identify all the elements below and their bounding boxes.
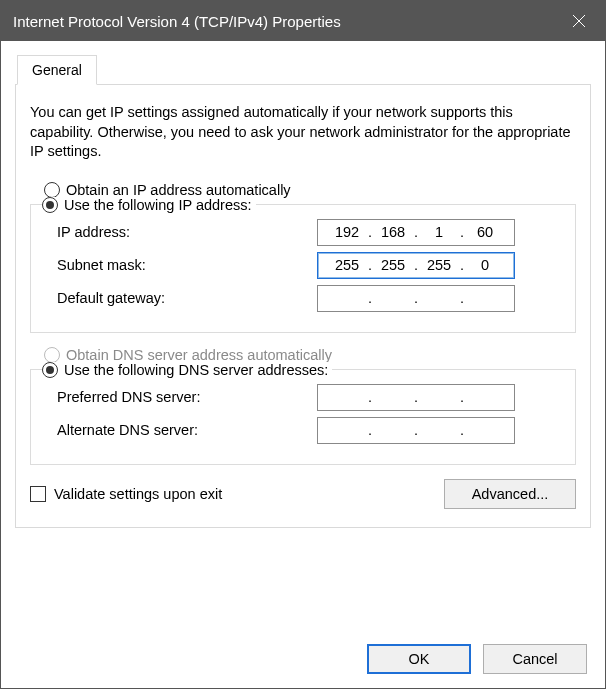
radio-use-following-ip[interactable]: Use the following IP address: — [42, 197, 256, 213]
close-icon — [573, 15, 585, 27]
ip-octet[interactable]: 60 — [465, 224, 505, 240]
validate-label: Validate settings upon exit — [54, 486, 222, 502]
subnet-mask-label: Subnet mask: — [57, 257, 317, 273]
ok-button[interactable]: OK — [367, 644, 471, 674]
alternate-dns-input[interactable]: . . . — [317, 417, 515, 444]
advanced-button[interactable]: Advanced... — [444, 479, 576, 509]
radio-icon — [42, 197, 58, 213]
radio-label: Obtain DNS server address automatically — [66, 347, 332, 363]
radio-use-following-dns[interactable]: Use the following DNS server addresses: — [42, 362, 332, 378]
ip-octet[interactable]: 0 — [465, 257, 505, 273]
ip-octet[interactable]: 168 — [373, 224, 413, 240]
validate-checkbox[interactable] — [30, 486, 46, 502]
cancel-button[interactable]: Cancel — [483, 644, 587, 674]
subnet-mask-input[interactable]: 255. 255. 255. 0 — [317, 252, 515, 279]
ip-octet[interactable]: 255 — [419, 257, 459, 273]
default-gateway-input[interactable]: . . . — [317, 285, 515, 312]
close-button[interactable] — [553, 1, 605, 41]
ip-octet[interactable]: 255 — [327, 257, 367, 273]
alternate-dns-label: Alternate DNS server: — [57, 422, 317, 438]
ip-address-input[interactable]: 192. 168. 1. 60 — [317, 219, 515, 246]
radio-obtain-dns-auto: Obtain DNS server address automatically — [44, 347, 576, 363]
preferred-dns-input[interactable]: . . . — [317, 384, 515, 411]
radio-label: Use the following DNS server addresses: — [64, 362, 328, 378]
radio-icon — [44, 347, 60, 363]
preferred-dns-label: Preferred DNS server: — [57, 389, 317, 405]
radio-label: Use the following IP address: — [64, 197, 252, 213]
ip-address-label: IP address: — [57, 224, 317, 240]
properties-window: Internet Protocol Version 4 (TCP/IPv4) P… — [0, 0, 606, 689]
tab-sheet: You can get IP settings assigned automat… — [15, 85, 591, 528]
tab-general[interactable]: General — [17, 55, 97, 85]
radio-icon — [42, 362, 58, 378]
ip-fieldset: Use the following IP address: IP address… — [30, 204, 576, 333]
radio-obtain-ip-auto[interactable]: Obtain an IP address automatically — [44, 182, 576, 198]
ip-octet[interactable]: 192 — [327, 224, 367, 240]
radio-icon — [44, 182, 60, 198]
radio-label: Obtain an IP address automatically — [66, 182, 291, 198]
ip-octet[interactable]: 255 — [373, 257, 413, 273]
window-title: Internet Protocol Version 4 (TCP/IPv4) P… — [13, 13, 341, 30]
dns-fieldset: Use the following DNS server addresses: … — [30, 369, 576, 465]
description-text: You can get IP settings assigned automat… — [30, 103, 576, 162]
ip-octet[interactable]: 1 — [419, 224, 459, 240]
titlebar: Internet Protocol Version 4 (TCP/IPv4) P… — [1, 1, 605, 41]
tab-row: General — [15, 55, 591, 85]
default-gateway-label: Default gateway: — [57, 290, 317, 306]
